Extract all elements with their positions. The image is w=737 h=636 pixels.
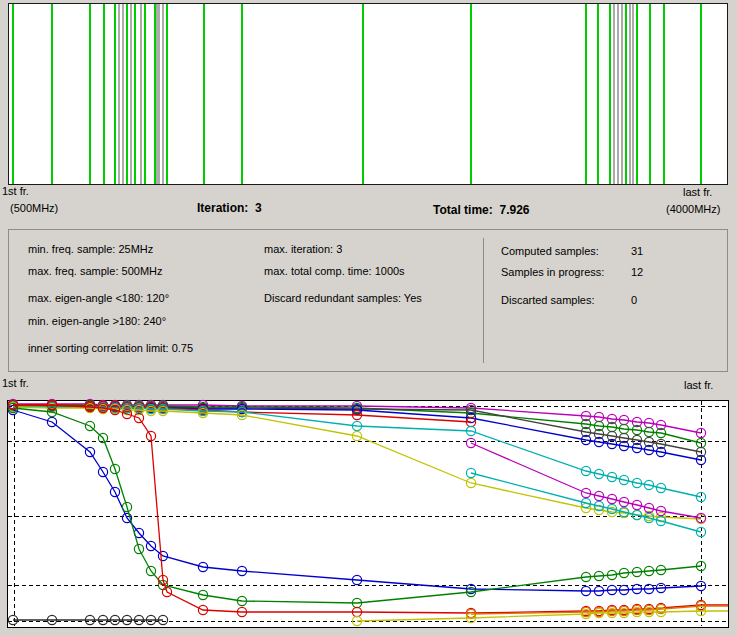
stat-discarted-samples-value: 0 bbox=[631, 294, 637, 306]
setting-max-iteration: max. iteration: 3 bbox=[264, 243, 342, 255]
strip-first-freq-label: 1st fr. bbox=[2, 185, 29, 197]
iteration-value: 3 bbox=[255, 201, 262, 215]
iteration-readout: Iteration: 3 bbox=[197, 201, 262, 215]
total-time-value: 7.926 bbox=[499, 203, 529, 217]
iteration-label: Iteration: bbox=[197, 201, 248, 215]
stat-samples-in-progress-value: 12 bbox=[631, 266, 643, 278]
stat-samples-in-progress-label: Samples in progress: bbox=[501, 266, 604, 278]
setting-inner-sorting-limit: inner sorting correlation limit: 0.75 bbox=[28, 342, 193, 354]
total-time-readout: Total time: 7.926 bbox=[433, 203, 529, 217]
strip-first-freq-value: (500MHz) bbox=[10, 202, 58, 214]
frequency-sample-strip bbox=[0, 0, 737, 192]
setting-max-eigen-angle: max. eigen-angle <180: 120° bbox=[28, 292, 169, 304]
setting-max-freq-sample: max. freq. sample: 500MHz bbox=[28, 265, 163, 277]
eigen-trace-chart bbox=[0, 375, 737, 636]
adaptive-sampling-window: { "strip": { "label_left_line1": "1st fr… bbox=[0, 0, 737, 636]
strip-last-freq-label: last fr. bbox=[683, 186, 712, 198]
setting-min-freq-sample: min. freq. sample: 25MHz bbox=[28, 243, 153, 255]
setting-min-eigen-angle: min. eigen-angle >180: 240° bbox=[28, 315, 166, 327]
settings-panel: min. freq. sample: 25MHz max. freq. samp… bbox=[8, 229, 728, 372]
stat-computed-samples-label: Computed samples: bbox=[501, 245, 599, 257]
total-time-label: Total time: bbox=[433, 203, 493, 217]
panel-divider bbox=[483, 238, 484, 363]
strip-last-freq-value: (4000MHz) bbox=[666, 203, 720, 215]
setting-max-comp-time: max. total comp. time: 1000s bbox=[264, 265, 405, 277]
strip-frame bbox=[9, 4, 728, 185]
stat-discarted-samples-label: Discarted samples: bbox=[501, 294, 595, 306]
stat-computed-samples-value: 31 bbox=[631, 245, 643, 257]
setting-discard-redundant: Discard redundant samples: Yes bbox=[264, 292, 422, 304]
